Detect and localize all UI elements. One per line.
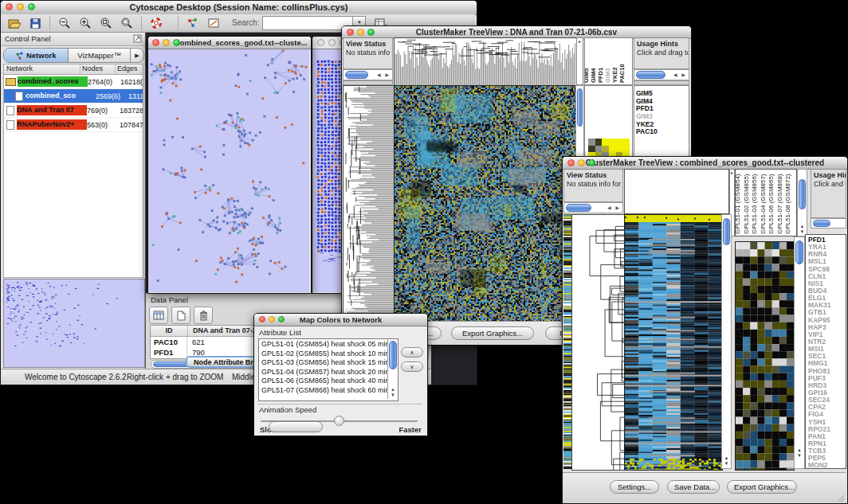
tv1-view-status-scrollbar[interactable]: ◀ ▶: [343, 69, 393, 80]
close-button[interactable]: [152, 39, 159, 46]
move-up-button[interactable]: ∧: [401, 347, 423, 357]
attribute-list-item[interactable]: GPL51-03 (GSM856) heat shock 15 min: [259, 358, 387, 368]
minimize-button[interactable]: [328, 39, 336, 46]
close-button[interactable]: [347, 29, 354, 36]
slider-thumb[interactable]: [334, 416, 344, 426]
animate-vizmap-button[interactable]: [269, 421, 323, 432]
export-graphics-button[interactable]: Export Graphics...: [727, 480, 797, 494]
minimize-button[interactable]: [357, 29, 364, 36]
network-nodes-count: 769(0): [87, 107, 120, 115]
tv2-secondary-heatmap-canvas[interactable]: [735, 241, 795, 471]
delete-attribute-button[interactable]: [194, 307, 213, 324]
network-edges-count: 16218(0): [120, 78, 143, 86]
tab-network[interactable]: Network: [4, 49, 69, 62]
zoom-out-button[interactable]: [56, 15, 73, 32]
gene-label[interactable]: PAC10: [634, 128, 689, 136]
network-tree-row[interactable]: DNA and Tran 07769(0)183728(0): [4, 104, 143, 118]
tv2-usage-hints-scrollbar[interactable]: [811, 218, 846, 229]
zoom-window-button[interactable]: [173, 39, 180, 46]
tabs-more-button[interactable]: ▶: [130, 49, 143, 62]
zoom-selected-button[interactable]: [118, 15, 135, 32]
search-label: Search:: [232, 19, 259, 27]
tv2-gene-list[interactable]: PFD1YRA1RNR4MSL1SPC98CLN1NIS1BUD4ELG1MAK…: [805, 234, 846, 469]
close-button[interactable]: [567, 159, 575, 166]
zoom-window-button[interactable]: [367, 29, 375, 36]
tv2-heatmap-vscrollbar[interactable]: ▲▼: [721, 214, 732, 469]
column-header-nodes[interactable]: Nodes: [80, 64, 116, 74]
close-button[interactable]: [6, 3, 13, 10]
save-session-button[interactable]: [26, 15, 44, 32]
scroll-down-icon: ▼: [800, 229, 805, 234]
create-network-button[interactable]: [184, 15, 202, 32]
network-tree-row[interactable]: combined_scores2764(0)16218(0): [4, 75, 143, 89]
move-down-button[interactable]: ∨: [401, 361, 423, 372]
table-header-id[interactable]: ID: [151, 326, 188, 336]
treeview2-titlebar[interactable]: ClusterMaker TreeView : combined_scores_…: [563, 157, 847, 170]
export-graphics-button[interactable]: Export Graphics...: [451, 326, 534, 340]
network-overview-canvas[interactable]: [3, 279, 145, 368]
annotation-button[interactable]: [205, 15, 222, 32]
rotated-gene-label: PAC10: [618, 64, 626, 83]
zoom-window-button[interactable]: [588, 159, 595, 166]
scroll-up-icon: ▲: [391, 387, 395, 392]
minimize-button[interactable]: [578, 159, 585, 166]
tv1-row-dendrogram-canvas[interactable]: [343, 85, 395, 322]
zoom-window-button[interactable]: [28, 3, 35, 10]
close-button[interactable]: [259, 316, 265, 322]
network-edges-count: 183728(0): [120, 107, 143, 115]
minimize-button[interactable]: [269, 316, 275, 322]
save-data-button[interactable]: Save Data...: [667, 480, 720, 494]
tv1-heatmap-canvas[interactable]: [394, 85, 577, 322]
tv2-column-labels-vscrollbar[interactable]: ▲▼: [797, 169, 807, 236]
tv1-usage-hints-scrollbar[interactable]: ◀ ▶: [634, 69, 689, 80]
tv2-view-status-scrollbar[interactable]: ◀ ▶: [563, 202, 623, 213]
attribute-list-vscrollbar[interactable]: ▲▼: [387, 339, 398, 399]
settings-button[interactable]: Settings...: [610, 480, 659, 494]
scroll-up-icon: ▲: [800, 224, 805, 229]
gene-label[interactable]: MON2: [806, 462, 846, 469]
attribute-listbox[interactable]: GPL51-01 (GSM854) heat shock 05 minGPL51…: [258, 338, 398, 401]
rotated-column-label: GPL51-04 (GSM857): [760, 174, 767, 234]
dialog-titlebar[interactable]: Map Colors to Network: [254, 314, 427, 326]
minimize-button[interactable]: [17, 3, 24, 10]
tv2-row-dendrogram-canvas[interactable]: [571, 214, 626, 471]
network-nodes-count: 2764(0): [88, 78, 120, 86]
attribute-list-item[interactable]: GPL51-06 (GSM865) heat shock 40 min: [259, 377, 387, 386]
open-session-button[interactable]: [6, 15, 23, 32]
close-button[interactable]: [317, 39, 324, 46]
zoom-window-button[interactable]: [278, 316, 285, 322]
float-panel-icon[interactable]: [133, 34, 142, 43]
minimize-button[interactable]: [163, 39, 170, 46]
show-table-button[interactable]: [149, 307, 168, 324]
save-icon: [29, 18, 41, 29]
network-tree-row[interactable]: RNAPuberNov2+563(0)107847(0): [4, 118, 143, 132]
new-attribute-button[interactable]: [171, 307, 190, 324]
attribute-list-item[interactable]: GPL51-01 (GSM854) heat shock 05 min: [259, 340, 387, 350]
column-header-network[interactable]: Network: [4, 64, 80, 74]
help-button[interactable]: [147, 15, 165, 32]
network-tree: combined_scores2764(0)16218(0)combined_s…: [3, 75, 143, 278]
attribute-list-item[interactable]: GPL51-07 (GSM868) heat shock 60 min: [259, 386, 387, 396]
tab-vizmapper[interactable]: VizMapper™: [69, 49, 130, 62]
file-icon: [6, 106, 14, 115]
main-titlebar[interactable]: Cytoscape Desktop (Session Name: collins…: [1, 1, 477, 15]
column-header-edges[interactable]: Edges: [116, 64, 143, 74]
tv2-gene-vscrollbar[interactable]: ▲▼: [794, 236, 805, 469]
attribute-list-item[interactable]: GPL51-02 (GSM855) heat shock 10 min: [259, 350, 387, 359]
tv1-column-dendrogram-canvas[interactable]: [394, 37, 577, 87]
network-canvas[interactable]: [148, 49, 309, 292]
resize-grip-icon[interactable]: [835, 493, 845, 502]
network-tree-row[interactable]: combined_sco2569(6)13112(15): [4, 89, 143, 104]
network-titlebar[interactable]: combined_scores_good.txt--cluste...: [148, 37, 311, 49]
rotated-column-label: GPL51-08 (GSM872): [784, 174, 791, 234]
tv2-overview-strip-canvas[interactable]: [563, 214, 571, 469]
zoom-in-button[interactable]: [77, 15, 94, 32]
attribute-list-item[interactable]: GPL51-04 (GSM857) heat shock 20 min: [259, 368, 387, 377]
tv2-heatmap-canvas[interactable]: [624, 214, 723, 471]
zoom-fit-icon: [100, 17, 112, 29]
dialog-title: Map Colors to Network: [300, 315, 382, 324]
view-status-text: No status info for: [564, 180, 622, 188]
zoom-fit-button[interactable]: [97, 15, 115, 32]
usage-hints-text: Click and drag to: [634, 49, 689, 57]
tv2-view-status-panel: View Status No status info for: [563, 169, 623, 202]
